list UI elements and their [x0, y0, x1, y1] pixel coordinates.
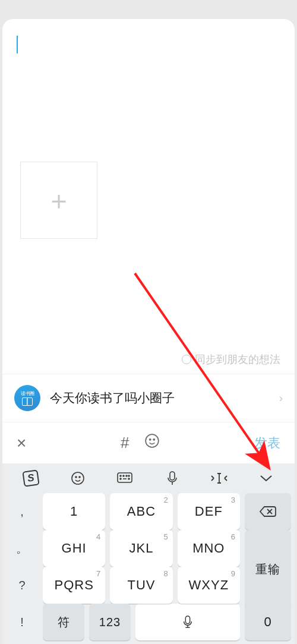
sync-toggle[interactable]: 同步到朋友的想法 — [182, 352, 280, 367]
punct-exclaim-key[interactable]: ! — [6, 604, 38, 640]
mic-icon — [182, 615, 194, 629]
key-1[interactable]: 1 — [43, 493, 105, 530]
key-5[interactable]: 5JKL — [110, 530, 172, 567]
svg-point-5 — [79, 476, 80, 478]
compose-sheet: ＋ 同步到朋友的想法 读书圈 今天你读书了吗小圈子 › × # 发表 — [2, 19, 295, 644]
numeric-key[interactable]: 123 — [89, 604, 131, 640]
svg-rect-18 — [185, 616, 189, 624]
group-selector[interactable]: 读书圈 今天你读书了吗小圈子 › — [2, 374, 295, 422]
chevron-right-icon: › — [279, 392, 283, 405]
punct-comma-key[interactable]: , — [6, 493, 38, 530]
svg-rect-14 — [170, 472, 175, 480]
backspace-key[interactable] — [245, 493, 291, 530]
key-0[interactable]: 0 — [245, 604, 291, 640]
sync-label: 同步到朋友的想法 — [195, 352, 280, 367]
svg-point-8 — [123, 475, 124, 476]
svg-point-10 — [128, 475, 129, 476]
sogou-icon: S — [22, 469, 39, 487]
backspace-icon — [259, 505, 277, 518]
add-photo-button[interactable]: ＋ — [20, 162, 97, 239]
svg-point-1 — [150, 439, 151, 440]
svg-point-7 — [120, 475, 121, 476]
svg-point-4 — [75, 476, 77, 478]
svg-rect-6 — [118, 473, 132, 482]
kb-voice-button[interactable] — [148, 471, 195, 485]
action-bar: × # 发表 — [2, 422, 295, 463]
keyboard: S , 1 2ABC 3DEF — [2, 463, 295, 644]
svg-point-2 — [154, 439, 155, 440]
punct-period-key[interactable]: 。 — [6, 530, 38, 567]
kb-emoji-button[interactable] — [54, 471, 101, 485]
key-8[interactable]: 8TUV — [110, 567, 172, 604]
reinput-key[interactable]: 重输 — [245, 530, 291, 608]
hashtag-button[interactable]: # — [121, 434, 129, 452]
group-name: 今天你读书了吗小圈子 — [50, 390, 270, 406]
svg-point-11 — [120, 478, 121, 479]
text-cursor — [17, 36, 18, 53]
svg-point-3 — [72, 472, 84, 484]
key-7[interactable]: 7PQRS — [43, 567, 105, 604]
punct-question-key[interactable]: ? — [6, 567, 38, 604]
ime-logo-button[interactable]: S — [7, 471, 54, 486]
radio-unchecked-icon — [182, 355, 191, 364]
key-2[interactable]: 2ABC — [110, 493, 172, 530]
keyboard-toolbar: S — [2, 463, 295, 493]
key-9[interactable]: 9WXYZ — [178, 567, 240, 604]
kb-keyboard-switch-button[interactable] — [102, 472, 148, 484]
close-button[interactable]: × — [17, 434, 26, 453]
publish-button[interactable]: 发表 — [254, 434, 280, 452]
kb-collapse-button[interactable] — [243, 474, 290, 482]
plus-icon: ＋ — [46, 187, 72, 213]
group-avatar-icon: 读书圈 — [14, 385, 40, 411]
key-3[interactable]: 3DEF — [178, 493, 240, 530]
space-key[interactable] — [135, 604, 240, 640]
svg-point-9 — [126, 475, 127, 476]
svg-point-0 — [146, 434, 159, 447]
svg-point-12 — [128, 478, 129, 479]
compose-area[interactable]: ＋ 同步到朋友的想法 — [2, 19, 295, 374]
key-4[interactable]: 4GHI — [43, 530, 105, 567]
symbols-key[interactable]: 符 — [43, 604, 84, 640]
key-6[interactable]: 6MNO — [178, 530, 240, 567]
kb-cursor-move-button[interactable] — [195, 472, 242, 484]
emoji-button[interactable] — [144, 433, 160, 453]
